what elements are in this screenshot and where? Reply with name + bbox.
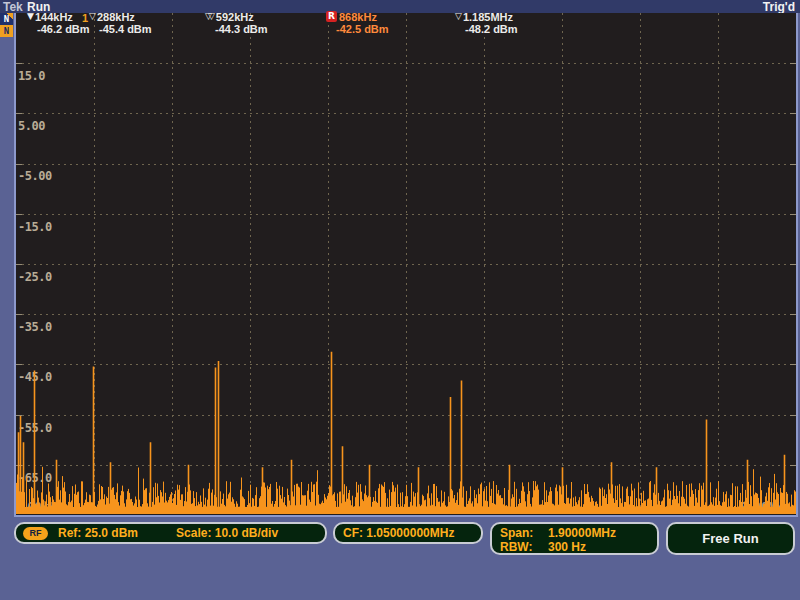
note-flag-icon[interactable]: N (0, 13, 13, 25)
oscilloscope-screen: Tek Run Trig'd N N 15.0 5.00 -5.00 -15.0… (0, 0, 800, 600)
marker-amplitude: -42.5 dBm (326, 23, 389, 35)
marker-triangle-icon: ▽ (455, 11, 462, 22)
marker-amplitude: -44.3 dBm (205, 23, 268, 35)
marker-frequency: 1.185MHz (463, 11, 513, 23)
marker-frequency: 868kHz (339, 11, 377, 23)
spectrum-graticule[interactable]: 15.0 5.00 -5.00 -15.0 -25.0 -35.0 -45.0 … (14, 13, 798, 517)
marker-triangle-icon: ▼ (27, 11, 34, 22)
marker-amplitude: -48.2 dBm (455, 23, 518, 35)
marker-frequency: 592kHz (216, 11, 254, 23)
cf-value: CF: 1.05000000MHz (343, 526, 454, 540)
ref-level-readout: Ref: 25.0 dBm (58, 526, 138, 540)
span-rbw-readout[interactable]: Span:1.90000MHz RBW:300 Hz (490, 522, 659, 555)
trigger-status: Trig'd (763, 0, 795, 14)
marker-triangle-icon: ▽ (89, 11, 96, 22)
trigger-mode-readout[interactable]: Free Run (666, 522, 795, 555)
reference-marker-icon: R (326, 11, 337, 22)
scale-readout: Scale: 10.0 dB/div (176, 526, 278, 540)
rf-vertical-readout[interactable]: RF Ref: 25.0 dBm Scale: 10.0 dB/div (14, 522, 327, 544)
span-value: 1.90000MHz (548, 526, 616, 540)
reference-marker-868khz[interactable]: R868kHz -42.5 dBm (326, 11, 389, 35)
marker-amplitude: -46.2 dBm (27, 23, 90, 35)
rf-spectrum-trace (16, 13, 796, 515)
marker-double-triangle-icon: ▽▽ (205, 11, 211, 22)
trigger-mode-value: Free Run (702, 531, 758, 546)
center-frequency-readout[interactable]: CF: 1.05000000MHz (333, 522, 483, 544)
peak-marker-144khz[interactable]: ▼144kHz -46.2 dBm (27, 11, 90, 35)
tek-logo: Tek (3, 0, 23, 14)
rbw-value: 300 Hz (548, 540, 586, 554)
peak-marker-288khz[interactable]: ▽288kHz -45.4 dBm (89, 11, 152, 35)
rf-channel-badge[interactable]: RF (23, 527, 48, 540)
span-label: Span: (500, 526, 548, 540)
marker-frequency: 288kHz (97, 11, 135, 23)
rbw-label: RBW: (500, 540, 548, 554)
marker-amplitude: -45.4 dBm (89, 23, 152, 35)
note-flag-icon[interactable]: N (0, 25, 13, 37)
marker-frequency: 144kHz (35, 11, 73, 23)
peak-marker-1185khz[interactable]: ▽1.185MHz -48.2 dBm (455, 11, 518, 35)
peak-marker-592khz[interactable]: ▽▽592kHz -44.3 dBm (205, 11, 268, 35)
trace-number-indicator: 1 (82, 12, 88, 24)
